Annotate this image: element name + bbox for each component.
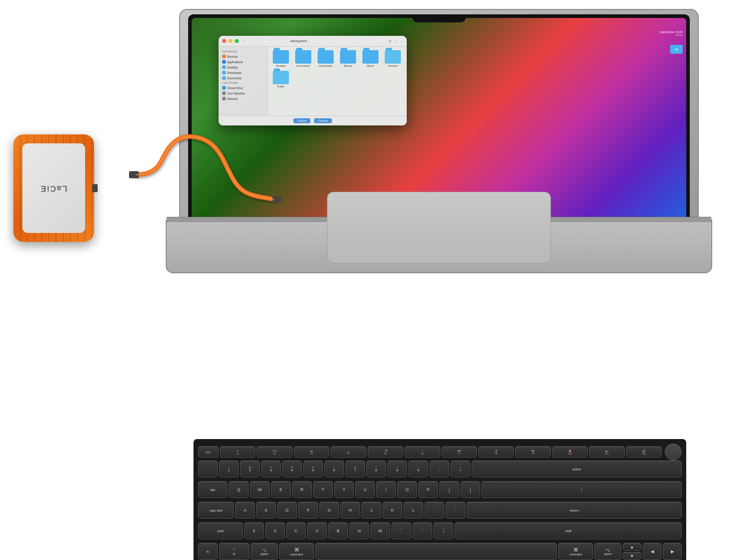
f7-key[interactable]: ⏮F7 xyxy=(442,446,477,458)
f10-key[interactable]: 🔇F10 xyxy=(552,446,588,458)
f11-key[interactable]: 🔉F11 xyxy=(589,446,624,458)
v-key[interactable]: V xyxy=(307,522,327,539)
finder-search-icon[interactable]: ⌕ xyxy=(401,39,403,43)
8-key[interactable]: *8 xyxy=(366,461,386,478)
slash-key[interactable]: ?/ xyxy=(434,522,453,539)
sidebar-network[interactable]: Network xyxy=(219,96,267,101)
close-button[interactable] xyxy=(222,39,226,43)
tab-key[interactable]: tab xyxy=(198,481,228,498)
folder-pictures[interactable]: Pictures xyxy=(383,50,402,67)
i-key[interactable]: I xyxy=(376,481,396,498)
command-right-key[interactable]: ⌘command xyxy=(558,543,593,560)
quote-key[interactable]: "' xyxy=(446,502,465,519)
f9-key[interactable]: ⏭F9 xyxy=(515,446,550,458)
lshift-key[interactable]: shift xyxy=(198,522,243,539)
esc-key[interactable]: esc xyxy=(198,446,219,458)
2-key[interactable]: @2 xyxy=(240,461,260,478)
n-key[interactable]: N xyxy=(349,522,369,539)
u-key[interactable]: U xyxy=(355,481,375,498)
delete-key[interactable]: delete xyxy=(472,461,682,478)
control-key[interactable]: ⌃fn xyxy=(219,543,249,560)
minimize-button[interactable] xyxy=(228,39,232,43)
f1-key[interactable]: ☀F1 xyxy=(220,446,255,458)
finder-view-icon[interactable]: ⊞ xyxy=(389,39,391,43)
capslock-key[interactable]: caps lock xyxy=(198,502,234,519)
sidebar-recents[interactable]: Recents xyxy=(219,54,267,59)
folder-documents[interactable]: Documents xyxy=(294,50,313,67)
3-key[interactable]: #3 xyxy=(261,461,281,478)
lbracket-key[interactable]: {[ xyxy=(439,481,459,498)
finder-sort-icon[interactable]: ↕ xyxy=(396,39,397,43)
power-key[interactable] xyxy=(665,444,682,461)
4-key[interactable]: $4 xyxy=(282,461,302,478)
sidebar-machine[interactable]: Your Machine xyxy=(219,90,267,96)
fn-key[interactable]: fn xyxy=(198,543,218,560)
k-key[interactable]: K xyxy=(383,502,402,519)
p-key[interactable]: P xyxy=(418,481,438,498)
cancel-button[interactable]: Cancel xyxy=(293,118,310,123)
a-key[interactable]: A xyxy=(235,502,255,519)
choose-button[interactable]: Choose xyxy=(314,118,332,123)
c-key[interactable]: C xyxy=(286,522,306,539)
f8-key[interactable]: ⏸F8 xyxy=(478,446,514,458)
t-key[interactable]: T xyxy=(313,481,333,498)
h-key[interactable]: H xyxy=(340,502,360,519)
arrow-right-key[interactable]: ▶ xyxy=(663,543,682,560)
1-key[interactable]: !1 xyxy=(219,461,239,478)
sidebar-documents[interactable]: Documents xyxy=(219,75,267,81)
f4-key[interactable]: ⌕F4 xyxy=(331,446,366,458)
5-key[interactable]: %5 xyxy=(303,461,323,478)
backtick-key[interactable]: ~` xyxy=(198,461,218,478)
option-left-key[interactable]: ⌥option xyxy=(251,543,278,560)
b-key[interactable]: B xyxy=(328,522,348,539)
q-key[interactable]: Q xyxy=(229,481,249,498)
option-right-key[interactable]: ⌥option xyxy=(594,543,621,560)
return-key[interactable]: return xyxy=(467,502,682,519)
w-key[interactable]: W xyxy=(250,481,270,498)
rbracket-key[interactable]: }] xyxy=(460,481,480,498)
f3-key[interactable]: ⊞F3 xyxy=(294,446,329,458)
d-key[interactable]: D xyxy=(277,502,297,519)
sidebar-icloud[interactable]: iCloud Drive xyxy=(219,85,267,90)
0-key[interactable]: )0 xyxy=(408,461,428,478)
f-key[interactable]: F xyxy=(298,502,318,519)
folder-public[interactable]: Public xyxy=(271,71,290,88)
f5-key[interactable]: 🎤F5 xyxy=(368,446,403,458)
sidebar-downloads[interactable]: Downloads xyxy=(219,70,267,75)
equals-key[interactable]: += xyxy=(451,461,470,478)
folder-downloads[interactable]: Downloads xyxy=(316,50,335,67)
j-key[interactable]: J xyxy=(361,502,381,519)
folder-movies[interactable]: Movies xyxy=(339,50,357,67)
s-key[interactable]: S xyxy=(256,502,276,519)
7-key[interactable]: &7 xyxy=(345,461,365,478)
x-key[interactable]: X xyxy=(265,522,285,539)
9-key[interactable]: (9 xyxy=(387,461,407,478)
folder-music[interactable]: Music xyxy=(361,50,380,67)
r-key[interactable]: R xyxy=(292,481,312,498)
sidebar-applications[interactable]: Applications xyxy=(219,59,267,65)
minus-key[interactable]: _- xyxy=(430,461,449,478)
semicolon-key[interactable]: :; xyxy=(425,502,444,519)
rshift-key[interactable]: shift xyxy=(455,522,682,539)
command-left-key[interactable]: ⌘command xyxy=(279,543,314,560)
y-key[interactable]: Y xyxy=(334,481,354,498)
folder-desktop[interactable]: Desktop xyxy=(271,50,290,67)
period-key[interactable]: >. xyxy=(413,522,432,539)
f2-key[interactable]: ☀☀F2 xyxy=(257,446,292,458)
z-key[interactable]: Z xyxy=(244,522,264,539)
m-key[interactable]: M xyxy=(370,522,390,539)
comma-key[interactable]: <, xyxy=(391,522,411,539)
6-key[interactable]: ^6 xyxy=(324,461,344,478)
arrow-left-key[interactable]: ◀ xyxy=(643,543,662,560)
e-key[interactable]: E xyxy=(271,481,291,498)
back-icon[interactable]: ‹ xyxy=(244,39,245,43)
space-key[interactable] xyxy=(315,543,557,560)
sidebar-desktop[interactable]: Desktop xyxy=(219,65,267,70)
f12-key[interactable]: 🔊F12 xyxy=(626,446,662,458)
arrow-up-key[interactable]: ▲ xyxy=(623,543,641,551)
o-key[interactable]: O xyxy=(397,481,417,498)
g-key[interactable]: G xyxy=(319,502,339,519)
backslash-key[interactable]: |\ xyxy=(482,481,682,498)
l-key[interactable]: L xyxy=(404,502,423,519)
trackpad[interactable] xyxy=(327,192,551,263)
